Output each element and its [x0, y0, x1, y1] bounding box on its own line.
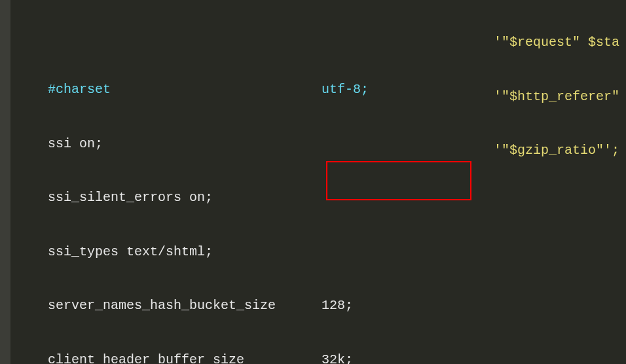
directive-ssi-silent: ssi_silent_errors on; [48, 189, 322, 207]
directive-charset: #charset [48, 81, 322, 99]
value: 32k; [322, 351, 353, 365]
code-editor[interactable]: #charsetutf-8; ssi on; ssi_silent_errors… [0, 0, 626, 364]
directive-server-names: server_names_hash_bucket_size [48, 297, 322, 315]
code-line: ssi_types text/shtml; [48, 243, 626, 261]
directive-ssi: ssi on; [48, 135, 322, 153]
value: 128; [322, 297, 353, 315]
code-line: #charsetutf-8; [48, 81, 626, 99]
value: utf-8; [322, 81, 369, 99]
code-line: server_names_hash_bucket_size128; [48, 297, 626, 315]
code-line: ssi_silent_errors on; [48, 189, 626, 207]
code-line: client_header_buffer_size32k; [48, 351, 626, 365]
directive-client-header: client_header_buffer_size [48, 351, 322, 365]
code-line: ssi on; [48, 135, 626, 153]
directive-ssi-types: ssi_types text/shtml; [48, 243, 322, 261]
